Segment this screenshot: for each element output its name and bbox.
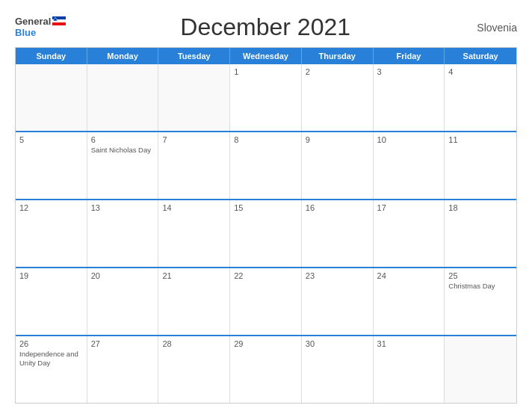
calendar-page: General Blue December 2021 Slovenia Sund… [0, 0, 532, 411]
day-cell: 5 [16, 132, 87, 199]
day-number: 30 [306, 339, 369, 348]
day-cell: 7 [158, 132, 230, 199]
day-cell: 9 [302, 132, 374, 199]
day-number: 21 [162, 271, 226, 280]
day-number: 7 [162, 135, 226, 144]
day-cell: 14 [158, 200, 230, 267]
day-number: 8 [234, 135, 297, 144]
day-number: 17 [377, 203, 441, 212]
day-number: 29 [234, 339, 297, 348]
day-number: 26 [19, 339, 83, 348]
day-event: Saint Nicholas Day [91, 146, 155, 155]
logo: General Blue [15, 16, 66, 38]
month-title: December 2021 [66, 13, 465, 41]
day-cell: 30 [302, 336, 374, 403]
day-number: 9 [306, 135, 369, 144]
day-cell: 16 [302, 200, 374, 267]
day-cell: 29 [230, 336, 302, 403]
day-event: Christmas Day [448, 282, 513, 291]
day-cell: 27 [87, 336, 159, 403]
day-number: 24 [377, 271, 441, 280]
header-sunday: Sunday [16, 48, 87, 64]
header-friday: Friday [374, 48, 445, 64]
day-cell [16, 64, 87, 131]
day-number: 22 [234, 271, 297, 280]
day-cell: 25Christmas Day [445, 268, 516, 335]
day-cell: 20 [87, 268, 159, 335]
calendar-week-1: 1234 [16, 64, 516, 131]
day-number: 12 [19, 203, 83, 212]
calendar-week-3: 12131415161718 [16, 199, 516, 267]
calendar-header: Sunday Monday Tuesday Wednesday Thursday… [16, 48, 516, 64]
day-number: 3 [377, 67, 441, 76]
header-tuesday: Tuesday [158, 48, 230, 64]
day-cell: 3 [374, 64, 445, 131]
day-cell: 28 [158, 336, 230, 403]
day-number: 31 [377, 339, 441, 348]
day-number: 27 [91, 339, 155, 348]
day-cell: 8 [230, 132, 302, 199]
day-cell: 4 [445, 64, 516, 131]
day-event: Independence and Unity Day [19, 350, 83, 368]
calendar-week-2: 56Saint Nicholas Day7891011 [16, 131, 516, 199]
day-number: 14 [162, 203, 226, 212]
day-cell: 15 [230, 200, 302, 267]
day-cell: 12 [16, 200, 87, 267]
day-cell: 24 [374, 268, 445, 335]
day-cell: 17 [374, 200, 445, 267]
day-number: 13 [91, 203, 155, 212]
header-monday: Monday [87, 48, 159, 64]
day-number: 25 [448, 271, 513, 280]
page-header: General Blue December 2021 Slovenia [15, 13, 517, 41]
day-cell: 31 [374, 336, 445, 403]
logo-general-text: General [15, 16, 51, 27]
calendar-week-4: 19202122232425Christmas Day [16, 267, 516, 335]
day-cell: 21 [158, 268, 230, 335]
day-number: 20 [91, 271, 155, 280]
header-wednesday: Wednesday [230, 48, 302, 64]
day-number: 28 [162, 339, 226, 348]
day-cell: 2 [302, 64, 374, 131]
header-saturday: Saturday [445, 48, 516, 64]
day-cell: 26Independence and Unity Day [16, 336, 87, 403]
day-number: 10 [377, 135, 441, 144]
svg-rect-2 [52, 22, 66, 25]
logo-blue-text: Blue [15, 28, 36, 38]
day-cell: 19 [16, 268, 87, 335]
day-number: 23 [306, 271, 369, 280]
day-cell [445, 336, 516, 403]
day-cell: 23 [302, 268, 374, 335]
day-cell: 22 [230, 268, 302, 335]
logo-flag-icon [52, 16, 66, 25]
day-cell [158, 64, 230, 131]
day-cell: 11 [445, 132, 516, 199]
day-number: 4 [448, 67, 513, 76]
day-cell: 18 [445, 200, 516, 267]
day-number: 6 [91, 135, 155, 144]
day-number: 18 [448, 203, 513, 212]
day-cell [87, 64, 159, 131]
day-number: 15 [234, 203, 297, 212]
calendar-week-5: 26Independence and Unity Day2728293031 [16, 335, 516, 403]
day-cell: 10 [374, 132, 445, 199]
day-number: 5 [19, 135, 83, 144]
day-number: 16 [306, 203, 369, 212]
day-number: 1 [234, 67, 297, 76]
calendar-body: 123456Saint Nicholas Day7891011121314151… [16, 64, 516, 403]
day-number: 19 [19, 271, 83, 280]
day-number: 11 [448, 135, 513, 144]
day-cell: 1 [230, 64, 302, 131]
day-number: 2 [306, 67, 369, 76]
country-label: Slovenia [465, 22, 517, 34]
day-cell: 6Saint Nicholas Day [87, 132, 159, 199]
calendar-grid: Sunday Monday Tuesday Wednesday Thursday… [15, 47, 517, 404]
day-cell: 13 [87, 200, 159, 267]
header-thursday: Thursday [302, 48, 374, 64]
